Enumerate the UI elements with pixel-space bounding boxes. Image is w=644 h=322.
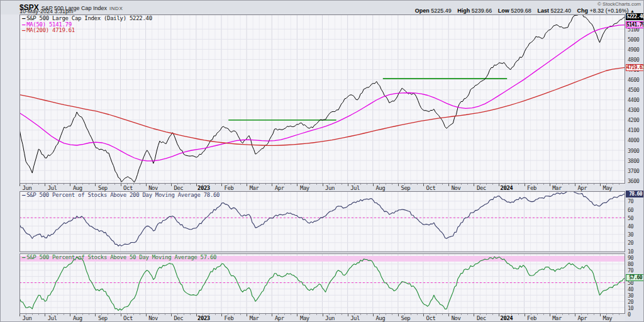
- legend-dash-icon: —: [22, 254, 25, 260]
- month-label: Sep: [92, 315, 113, 321]
- chg-value: +8.32 (+0.16%): [590, 8, 629, 14]
- breadth-200-plot: [19, 191, 625, 252]
- axis-tick: [518, 184, 519, 185]
- month-label: Jul: [42, 315, 63, 321]
- axis-tick: [190, 314, 191, 315]
- legend-label: S&P 500 Percent of Stocks Above 200 Day …: [26, 192, 219, 198]
- month-label: Nov: [445, 185, 467, 191]
- axis-tick: [291, 314, 291, 315]
- y-tick-label: 4500: [628, 87, 639, 93]
- axis-tick: [417, 184, 418, 185]
- legend-label: S&P 500 Percent of Stocks Above 50 Day M…: [26, 254, 216, 260]
- y-tick-label: 50: [628, 215, 633, 221]
- axis-tick: [367, 314, 367, 315]
- up-arrow-icon: ▲: [630, 9, 635, 13]
- y-tick-label: 20: [628, 299, 633, 305]
- y-tick-label: 20: [628, 240, 633, 246]
- month-label: Apr: [572, 315, 593, 321]
- month-label: Mar: [243, 185, 265, 191]
- exchange-label: INDX: [109, 6, 123, 11]
- month-label: Nov: [143, 185, 164, 191]
- y-tick-label: 70: [628, 198, 633, 204]
- month-label: Feb: [218, 185, 240, 191]
- month-label: Feb: [521, 185, 543, 191]
- axis-tick: [392, 184, 392, 185]
- axis-tick: [38, 184, 39, 185]
- stockcharts-spx-chart: $SPXS&P 500 Large Cap IndexINDX © StockC…: [0, 0, 644, 322]
- month-axis-top: JunJulAugSepOctNovDec2023FebMarAprMayJun…: [19, 184, 625, 191]
- axis-tick: [467, 184, 468, 185]
- month-label: Apr: [269, 185, 290, 191]
- month-label: Jul: [345, 315, 366, 321]
- y-tick-label: 40: [628, 286, 633, 292]
- month-label: Aug: [67, 315, 88, 321]
- axis-tick: [467, 314, 468, 315]
- axis-tick: [341, 314, 342, 315]
- legend-dash-icon: —: [22, 27, 25, 33]
- legend-item: —S&P 500 Percent of Stocks Above 200 Day…: [22, 192, 219, 199]
- last-value-box: 5222.40: [626, 13, 644, 20]
- month-label: Aug: [67, 185, 88, 191]
- panel-legend: —S&P 500 Large Cap Index (Daily) 5222.40…: [22, 16, 152, 34]
- y-tick-label: 0: [628, 311, 631, 318]
- month-label: Dec: [168, 315, 189, 321]
- month-label: Sep: [395, 185, 416, 191]
- month-label: Oct: [118, 315, 139, 321]
- y-tick-label: 60: [628, 207, 633, 213]
- axis-tick: [190, 184, 191, 185]
- y-tick-label: 80: [628, 261, 633, 267]
- axis-tick: [594, 314, 594, 315]
- y-tick-label: 4100: [628, 127, 639, 133]
- month-label: May: [294, 315, 315, 321]
- y-tick-label: 40: [628, 223, 633, 230]
- month-label: Apr: [269, 315, 290, 321]
- month-label: Oct: [420, 185, 441, 191]
- axis-tick: [492, 184, 493, 185]
- quote-summary: Open 5225.49 High 5239.66 Low 5209.68 La…: [411, 8, 635, 14]
- axis-tick: [165, 314, 165, 315]
- month-label: May: [294, 185, 315, 191]
- legend-item: —MA(200) 4719.61: [22, 28, 152, 34]
- month-label: Dec: [470, 185, 492, 191]
- axis-tick: [341, 184, 342, 185]
- month-label: Jul: [345, 185, 366, 191]
- axis-tick: [442, 314, 443, 315]
- month-label: Jun: [319, 185, 341, 191]
- axis-tick: [392, 314, 392, 315]
- y-tick-label: 70: [628, 267, 633, 274]
- chart-header: $SPXS&P 500 Large Cap IndexINDX © StockC…: [1, 1, 643, 14]
- axis-tick: [38, 314, 39, 315]
- month-label: 2024: [496, 185, 517, 191]
- last-value: 5222.40: [550, 8, 571, 14]
- month-label: May: [597, 315, 618, 321]
- y-tick-label: 4200: [628, 117, 639, 123]
- month-label: Mar: [547, 315, 568, 321]
- axis-tick: [569, 184, 569, 185]
- axis-tick: [114, 184, 115, 185]
- month-label: 2024: [496, 315, 517, 321]
- month-label: 2023: [193, 185, 214, 191]
- axis-tick: [64, 314, 64, 315]
- axis-tick: [265, 314, 266, 315]
- month-label: Nov: [143, 315, 164, 321]
- last-value-box: 78.60: [626, 191, 644, 197]
- axis-tick: [89, 314, 89, 315]
- axis-tick: [89, 184, 89, 185]
- month-label: Apr: [572, 185, 593, 191]
- month-label: Oct: [420, 315, 441, 321]
- axis-tick: [518, 314, 519, 315]
- price-plot: [19, 14, 625, 184]
- month-axis-bottom: JunJulAugSepOctNovDec2023FebMarAprMayJun…: [19, 314, 625, 322]
- legend-label: MA(200) 4719.61: [26, 27, 75, 33]
- axis-tick: [265, 184, 266, 185]
- axis-tick: [367, 184, 367, 185]
- last-value-box: 57.60: [626, 274, 644, 281]
- axis-tick: [316, 184, 317, 185]
- open-value: 5225.49: [431, 8, 452, 14]
- last-value-box: 5141.79: [626, 21, 644, 28]
- axis-tick: [619, 314, 619, 315]
- y-tick-label: 3800: [628, 158, 639, 164]
- last-label: Last: [537, 8, 549, 14]
- y-tick-label: 5000: [628, 36, 639, 43]
- legend-dash-icon: —: [22, 192, 25, 198]
